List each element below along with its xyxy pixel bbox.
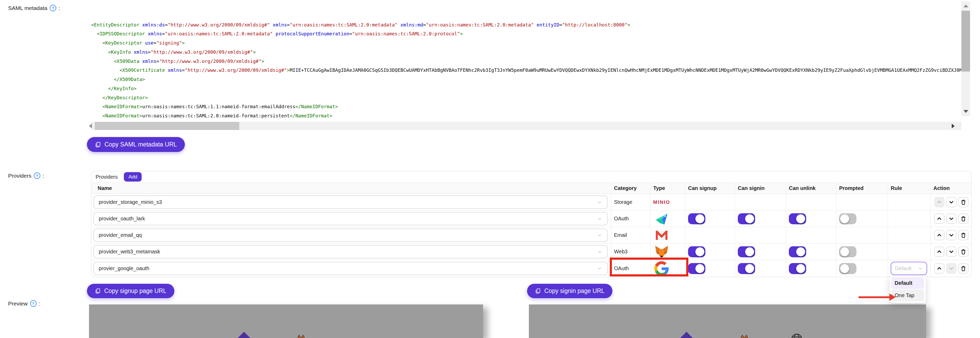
scroll-right-arrow-icon[interactable] xyxy=(952,124,955,128)
move-down-button[interactable] xyxy=(946,230,956,240)
provider-name-select[interactable]: provier_google_oauth xyxy=(94,262,608,275)
provider-name-value: provier_google_oauth xyxy=(99,265,150,271)
can-signin-toggle[interactable] xyxy=(738,246,755,257)
code-line: <EntityDescriptor xmlns:ds="http://www.w… xyxy=(91,21,961,30)
code-line: <NameIDFormat>urn:oasis:names:tc:SAML:2.… xyxy=(91,112,961,121)
category-cell: Web3 xyxy=(611,244,651,260)
provider-name-value: provider_storage_minio_s3 xyxy=(99,199,162,205)
prompted-toggle[interactable] xyxy=(839,213,856,224)
providers-label: Providers ? : xyxy=(8,172,44,179)
rule-option-default[interactable]: Default xyxy=(891,277,924,289)
copy-icon xyxy=(535,288,541,294)
type-cell: MINIO xyxy=(651,194,686,210)
provider-name-select[interactable]: provider_oauth_lark xyxy=(94,212,608,225)
rule-select[interactable]: Default xyxy=(891,262,927,275)
move-up-icon xyxy=(936,232,942,238)
provider-name-select[interactable]: provider_storage_minio_s3 xyxy=(94,196,608,209)
table-column-headers: NameCategoryTypeCan signupCan signinCan … xyxy=(91,182,971,194)
delete-provider-button[interactable] xyxy=(958,230,969,240)
name-cell: provider_oauth_lark xyxy=(91,210,611,226)
horizontal-scrollbar-thumb[interactable] xyxy=(95,122,239,130)
can-signin-cell xyxy=(735,210,786,226)
label-colon: : xyxy=(43,173,44,179)
can-signin-toggle[interactable] xyxy=(738,263,755,274)
move-down-button[interactable] xyxy=(946,247,956,257)
can-signin-toggle[interactable] xyxy=(738,213,755,224)
action-cell xyxy=(931,260,971,277)
column-header-can-signup: Can signup xyxy=(686,183,735,194)
label-colon: : xyxy=(59,5,60,11)
scroll-down-arrow-icon[interactable] xyxy=(964,110,968,113)
provider-name-select[interactable]: provider_email_qq xyxy=(94,228,608,242)
rule-option-one-tap[interactable]: One Tap xyxy=(891,290,924,301)
prompted-cell xyxy=(837,194,888,210)
horizontal-scrollbar[interactable] xyxy=(91,122,961,130)
provider-name-value: provider_oauth_lark xyxy=(99,216,145,222)
move-up-button[interactable] xyxy=(934,230,944,240)
provider-table-row: provider_web3_metamask Web3 xyxy=(91,244,971,260)
gmail-icon xyxy=(654,228,669,242)
trash-icon xyxy=(960,249,966,255)
action-cell xyxy=(931,227,971,243)
move-up-button[interactable] xyxy=(934,263,944,274)
name-cell: provider_storage_minio_s3 xyxy=(91,194,611,210)
category-cell: Storage xyxy=(611,194,651,210)
delete-provider-button[interactable] xyxy=(958,214,969,224)
saml-metadata-code-viewer[interactable]: <EntityDescriptor xmlns:ds="http://www.w… xyxy=(91,0,961,121)
prompted-cell xyxy=(837,244,888,260)
can-unlink-toggle[interactable] xyxy=(789,246,806,257)
provider-table-row: provider_storage_minio_s3 Storage MINIO xyxy=(91,194,971,210)
provider-name-select[interactable]: provider_web3_metamask xyxy=(94,245,608,258)
can-signup-toggle[interactable] xyxy=(688,263,705,274)
copy-signin-page-url-label: Copy signin page URL xyxy=(544,287,605,295)
scroll-left-arrow-icon[interactable] xyxy=(89,124,92,128)
can-unlink-toggle[interactable] xyxy=(789,263,806,274)
chevron-down-icon xyxy=(918,266,923,271)
code-line: <X509Data xmlns="http://www.w3.org/2000/… xyxy=(91,57,961,66)
trash-icon xyxy=(960,265,966,272)
move-up-button[interactable] xyxy=(934,247,944,257)
copy-signin-page-url-button[interactable]: Copy signin page URL xyxy=(527,284,612,298)
metamask-fox-icon xyxy=(740,335,749,338)
move-down-button[interactable] xyxy=(946,263,956,274)
saml-metadata-label-text: SAML metadata xyxy=(8,5,48,11)
help-question-circle-icon[interactable]: ? xyxy=(30,300,37,307)
move-up-icon xyxy=(936,216,942,222)
can-signin-cell xyxy=(735,227,786,243)
prompted-cell xyxy=(837,210,888,226)
move-down-icon xyxy=(948,232,955,238)
delete-provider-button[interactable] xyxy=(958,247,969,257)
casdoor-diamond-icon xyxy=(679,332,694,338)
vertical-scrollbar[interactable] xyxy=(961,1,970,116)
can-signup-toggle[interactable] xyxy=(688,213,705,224)
copy-signup-page-url-button[interactable]: Copy signup page URL xyxy=(87,284,174,298)
can-signup-toggle[interactable] xyxy=(688,246,705,257)
help-question-circle-icon[interactable]: ? xyxy=(50,5,56,11)
rule-select-value: Default xyxy=(895,265,912,271)
code-line: <X509Certificate xmlns="http://www.w3.or… xyxy=(91,66,961,75)
help-question-circle-icon[interactable]: ? xyxy=(34,172,40,179)
prompted-toggle[interactable] xyxy=(839,246,856,257)
move-down-button[interactable] xyxy=(946,197,956,207)
signin-page-preview xyxy=(529,305,926,338)
copy-saml-metadata-url-button[interactable]: Copy SAML metadata URL xyxy=(87,137,185,152)
vertical-scrollbar-thumb[interactable] xyxy=(961,11,970,72)
add-provider-button[interactable]: Add xyxy=(124,172,142,182)
category-cell: Email xyxy=(611,227,651,243)
prompted-cell xyxy=(837,260,888,277)
can-unlink-toggle[interactable] xyxy=(789,213,806,224)
move-down-button[interactable] xyxy=(946,214,956,224)
column-header-rule: Rule xyxy=(888,183,931,194)
providers-label-text: Providers xyxy=(8,173,32,179)
prompted-toggle[interactable] xyxy=(839,263,856,274)
move-up-button[interactable] xyxy=(934,214,944,224)
move-up-button[interactable] xyxy=(934,197,944,207)
type-cell xyxy=(651,210,686,226)
delete-provider-button[interactable] xyxy=(958,263,969,274)
delete-provider-button[interactable] xyxy=(958,197,969,207)
scroll-up-arrow-icon[interactable] xyxy=(964,5,968,7)
column-header-prompted: Prompted xyxy=(837,183,888,194)
signup-page-preview xyxy=(89,305,483,338)
column-header-type: Type xyxy=(651,183,686,194)
code-line: <KeyInfo xmlns="http://www.w3.org/2000/0… xyxy=(91,48,961,57)
